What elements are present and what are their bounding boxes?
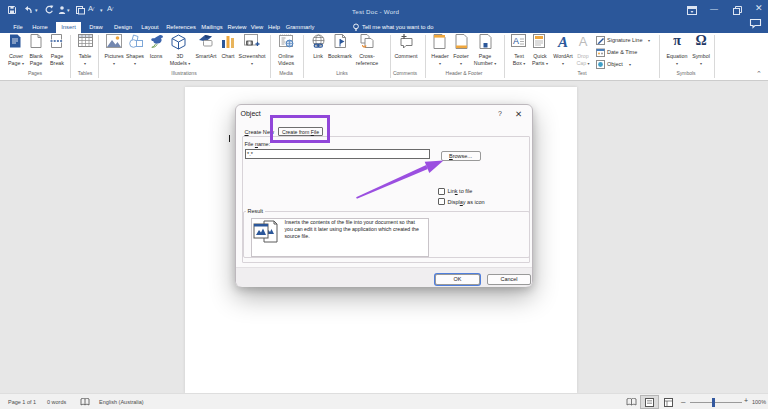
svg-text:A: A [513,36,519,46]
